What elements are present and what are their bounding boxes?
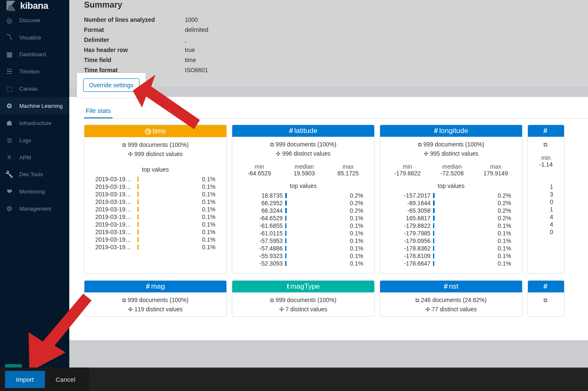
hash-type-icon: # bbox=[444, 282, 447, 290]
nav-item-visualize[interactable]: 〽Visualize bbox=[0, 29, 69, 46]
cards-row-2: #mag⧉999 documents (100%)✣119 distinct v… bbox=[84, 280, 588, 317]
hash-type-icon: # bbox=[434, 127, 438, 135]
field-card-depth_cut: #⧉ min-1.141301440 bbox=[528, 125, 564, 274]
nav-label: APM bbox=[19, 154, 31, 161]
card-header: #latitude bbox=[232, 125, 374, 137]
summary-label: Time field bbox=[84, 57, 185, 63]
top-value-row: 66.32440.2% bbox=[243, 207, 363, 214]
summary-title: Summary bbox=[84, 0, 573, 10]
summary-row: Number of lines analyzed1000 bbox=[84, 15, 573, 25]
tab-bar: File stats bbox=[84, 104, 588, 119]
nav-item-management[interactable]: ⚙Management bbox=[0, 200, 69, 217]
top-value-row: 3 bbox=[539, 190, 553, 198]
card-meta: ⧉999 documents (100%)✣999 distinct value… bbox=[84, 137, 226, 161]
documents-count: ⧉ bbox=[531, 297, 561, 304]
nav-item-logs[interactable]: ≣Logs bbox=[0, 132, 69, 149]
documents-icon: ⧉ bbox=[543, 297, 547, 303]
summary-row: Delimiter, bbox=[84, 35, 573, 45]
nav-label: Dev Tools bbox=[19, 171, 43, 177]
field-card-longitude: #longitude⧉999 documents (100%)✣995 dist… bbox=[380, 125, 522, 274]
clock-type-icon: ◷ bbox=[145, 127, 151, 135]
nav-label: Timelion bbox=[19, 68, 40, 75]
nav-item-monitoring[interactable]: ❤Monitoring bbox=[0, 183, 69, 200]
bottom-action-bar: Import Cancel bbox=[0, 368, 588, 391]
nav-item-apm[interactable]: ≡APM bbox=[0, 149, 69, 166]
card-meta: ⧉246 documents (24.62%)✣77 distinct valu… bbox=[380, 292, 522, 316]
nav-item-canvas[interactable]: ⬚Canvas bbox=[0, 80, 69, 97]
card-meta: ⧉999 documents (100%)✣7 distinct values bbox=[232, 292, 374, 316]
stat-min: min-179.8822 bbox=[394, 163, 421, 177]
top-value-row: 2019-03-19T0...0.1% bbox=[95, 236, 215, 243]
nav-label: Canvas bbox=[19, 86, 38, 92]
top-value-row: -52.30930.1% bbox=[243, 260, 363, 267]
top-values-list: 1301440 bbox=[528, 183, 564, 242]
documents-icon: ⧉ bbox=[418, 141, 422, 148]
top-value-row: -61.68550.1% bbox=[243, 222, 363, 229]
sidebar-collapse-tab[interactable] bbox=[5, 364, 22, 368]
field-card-time: ◷time⧉999 documents (100%)✣999 distinct … bbox=[84, 125, 227, 274]
top-value-row: -157.20170.2% bbox=[391, 192, 511, 199]
top-value-row: -61.01150.1% bbox=[243, 229, 363, 237]
field-card-nst: #nst⧉246 documents (24.62%)✣77 distinct … bbox=[380, 280, 522, 317]
top-value-row: 2019-03-19T0...0.1% bbox=[95, 183, 215, 190]
distinct-count: ✣999 distinct values bbox=[88, 151, 223, 157]
summary-row: Has header rowtrue bbox=[84, 45, 573, 55]
distinct-count: ✣996 distinct values bbox=[236, 150, 371, 157]
top-value-row: -179.79850.1% bbox=[391, 229, 511, 237]
nav-label: Discover bbox=[19, 17, 41, 23]
summary-row: Time formatISO8601 bbox=[84, 65, 573, 75]
top-value-row: -55.93230.1% bbox=[243, 252, 363, 260]
distinct-icon: ✣ bbox=[128, 151, 133, 157]
nav-label: Management bbox=[19, 206, 51, 212]
cancel-button[interactable]: Cancel bbox=[45, 371, 87, 388]
nav-label: Logs bbox=[19, 137, 31, 143]
kibana-logo-icon bbox=[5, 0, 17, 12]
chart-icon: 〽 bbox=[5, 34, 13, 41]
nav-label: Visualize bbox=[19, 34, 41, 41]
top-value-row: -179.88220.1% bbox=[391, 222, 511, 229]
distinct-icon: ✣ bbox=[279, 306, 284, 313]
card-header: ◷time bbox=[84, 125, 226, 137]
summary-value: time bbox=[185, 57, 196, 63]
t-type-icon: t bbox=[287, 282, 289, 290]
top-value-row: 4 bbox=[539, 221, 553, 228]
documents-count: ⧉ bbox=[531, 141, 561, 148]
top-value-row: 1 bbox=[539, 206, 553, 213]
nav-item-infrastructure[interactable]: ☗Infrastructure bbox=[0, 115, 69, 132]
hash-type-icon: # bbox=[146, 282, 150, 290]
card-meta: ⧉ bbox=[528, 137, 564, 152]
top-value-row: 4 bbox=[539, 213, 553, 221]
card-header: tmagType bbox=[232, 281, 374, 292]
bottom-track bbox=[89, 368, 588, 391]
top-value-row: 2019-03-19T0...0.1% bbox=[95, 221, 215, 228]
distinct-icon: ✣ bbox=[128, 306, 133, 313]
main: Summary Number of lines analyzed1000Form… bbox=[69, 0, 588, 391]
distinct-count: ✣7 distinct values bbox=[236, 306, 371, 313]
top-values-title: top values bbox=[84, 166, 226, 173]
infra-icon: ☗ bbox=[5, 119, 13, 127]
logo: kibana bbox=[0, 0, 69, 12]
hash-type-icon: # bbox=[543, 282, 547, 290]
documents-count: ⧉999 documents (100%) bbox=[236, 141, 371, 148]
card-header: #mag bbox=[84, 281, 226, 292]
summary-row: Formatdelimited bbox=[84, 25, 573, 35]
distinct-count: ✣77 distinct values bbox=[383, 306, 519, 313]
nav-item-machine-learning[interactable]: ⚙Machine Learning bbox=[0, 97, 69, 115]
nav-item-discover[interactable]: ◎Discover bbox=[0, 12, 69, 29]
top-value-row: 2019-03-19T0...0.1% bbox=[95, 213, 215, 221]
stat-max: max85.1725 bbox=[337, 163, 359, 177]
import-button[interactable]: Import bbox=[5, 371, 45, 388]
nav-label: Infrastructure bbox=[19, 120, 52, 126]
nav-label: Monitoring bbox=[19, 188, 45, 195]
top-values-list: -157.20170.2%-89.16440.2%-65.30580.2%165… bbox=[380, 192, 522, 273]
nav-item-dev-tools[interactable]: 🔧Dev Tools bbox=[0, 166, 69, 183]
tab-file-stats[interactable]: File stats bbox=[84, 104, 113, 118]
field-card-mag: #mag⧉999 documents (100%)✣119 distinct v… bbox=[84, 280, 227, 317]
nav-item-timelion[interactable]: ☵Timelion bbox=[0, 63, 69, 80]
top-value-row: -64.65290.1% bbox=[243, 214, 363, 222]
compass-icon: ◎ bbox=[5, 16, 13, 24]
override-settings-button[interactable]: Override settings bbox=[83, 78, 139, 92]
summary-value: , bbox=[185, 36, 186, 43]
nav-item-dashboard[interactable]: ▦Dashboard bbox=[0, 46, 69, 63]
top-value-row: 2019-03-19T0...0.1% bbox=[95, 243, 215, 251]
